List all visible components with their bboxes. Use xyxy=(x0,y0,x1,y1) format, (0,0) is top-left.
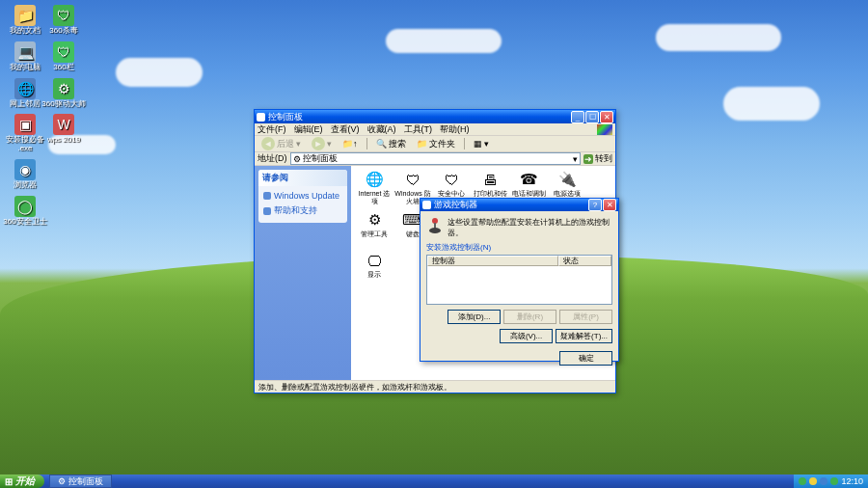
icon-label: 浏览器 xyxy=(14,181,37,190)
printers-fax-icon: 🖶 xyxy=(480,170,500,189)
back-arrow-icon: ◄ xyxy=(261,137,275,150)
icon-label: 显示 xyxy=(367,271,381,279)
360se-icon: 🛡 xyxy=(53,41,74,63)
dialog-description-row: 这些设置帮助您配置安装在计算机上的游戏控制器。 xyxy=(426,217,612,238)
menu-file[interactable]: 文件(F) xyxy=(258,123,286,136)
start-button[interactable]: 开始 xyxy=(0,474,44,488)
desktop-icon-network[interactable]: 🌐网上邻居 xyxy=(8,78,42,109)
tray-icon[interactable] xyxy=(830,477,838,485)
troubleshoot-button[interactable]: 疑难解答(T)... xyxy=(556,329,612,343)
menu-edit[interactable]: 编辑(E) xyxy=(294,123,323,136)
dialog-titlebar[interactable]: 游戏控制器 ? ✕ xyxy=(420,199,618,211)
views-icon: ▦ xyxy=(474,139,482,149)
forward-button[interactable]: ► ▾ xyxy=(308,136,336,151)
desktop-icon-my-computer[interactable]: 💻我的电脑 xyxy=(8,41,42,72)
toolbar: ◄ 后退 ▾ ► ▾ 📁↑ 🔍 搜索 📁 文件夹 ▦▾ xyxy=(255,136,615,152)
window-title: 控制面板 xyxy=(268,111,303,123)
list-header: 控制器 状态 xyxy=(427,256,611,266)
go-button[interactable]: ➜ 转到 xyxy=(583,152,612,165)
icon-label: 我的电脑 xyxy=(10,64,41,72)
360safe-icon: ◯ xyxy=(14,196,36,217)
properties-button: 属性(P) xyxy=(559,310,612,324)
separator xyxy=(464,138,465,149)
folder-up-icon: 📁↑ xyxy=(342,139,358,149)
ok-button[interactable]: 确定 xyxy=(559,351,612,366)
search-button[interactable]: 🔍 搜索 xyxy=(372,137,410,151)
desktop-icon-browser[interactable]: ◉浏览器 xyxy=(8,159,42,190)
cp-icon-display[interactable]: 🖵显示 xyxy=(355,251,393,291)
clock[interactable]: 12:10 xyxy=(841,476,863,486)
cloud xyxy=(386,29,502,53)
controllers-list[interactable]: 控制器 状态 xyxy=(426,255,612,305)
icon-label: 360栏 xyxy=(53,64,73,72)
icon-label: 管理工具 xyxy=(361,230,388,238)
col-status[interactable]: 状态 xyxy=(558,256,611,266)
windows-update-link[interactable]: Windows Update xyxy=(262,189,343,203)
system-tray[interactable]: 12:10 xyxy=(794,474,868,488)
menu-favorites[interactable]: 收藏(A) xyxy=(367,123,396,136)
close-button[interactable]: ✕ xyxy=(600,111,613,123)
col-controller[interactable]: 控制器 xyxy=(427,256,558,266)
icon-label: 电源选项 xyxy=(554,190,581,198)
icon-label: Internet 选项 xyxy=(359,190,391,204)
windows-firewall-icon: 🛡 xyxy=(403,170,422,189)
icon-label: wps 2019 xyxy=(47,136,80,145)
help-support-link[interactable]: 帮助和支持 xyxy=(262,203,343,219)
folders-button[interactable]: 📁 文件夹 xyxy=(413,137,459,151)
desktop-icon-360safe[interactable]: ◯360安全卫士 xyxy=(8,196,42,227)
statusbar: 添加、删除或配置游戏控制器硬件，如游戏杆和游戏板。 xyxy=(255,380,615,393)
search-icon: 🔍 xyxy=(376,139,387,149)
menu-help[interactable]: 帮助(H) xyxy=(440,123,470,136)
display-icon: 🖵 xyxy=(365,251,384,270)
game-controllers-dialog: 游戏控制器 ? ✕ 这些设置帮助您配置安装在计算机上的游戏控制器。 安装游戏控制… xyxy=(420,198,619,362)
desktop-icon-wps[interactable]: Wwps 2019 xyxy=(46,114,81,145)
internet-options-icon: 🌐 xyxy=(365,170,384,189)
tray-icon[interactable] xyxy=(799,477,806,485)
desktop-icon-360se[interactable]: 🛡360栏 xyxy=(46,41,81,72)
svg-point-2 xyxy=(429,228,441,233)
install-se-icon: ▣ xyxy=(14,114,36,135)
my-computer-icon: 💻 xyxy=(14,41,36,63)
titlebar[interactable]: 控制面板 _ ☐ ✕ xyxy=(255,110,615,123)
tray-icon[interactable] xyxy=(809,477,817,485)
desktop-icon-install-se[interactable]: ▣安装搜必备.exe xyxy=(8,114,42,153)
views-button[interactable]: ▦▾ xyxy=(470,138,493,149)
desktop-icon-my-documents[interactable]: 📁我的文档 xyxy=(8,5,42,36)
dialog-close-button[interactable]: ✕ xyxy=(603,199,616,211)
desktop-icon-360av[interactable]: 🛡360杀毒 xyxy=(46,5,81,36)
menu-view[interactable]: 查看(V) xyxy=(331,123,360,136)
up-button[interactable]: 📁↑ xyxy=(339,138,362,149)
security-center-icon: 🛡 xyxy=(442,170,461,189)
menubar: 文件(F) 编辑(E) 查看(V) 收藏(A) 工具(T) 帮助(H) xyxy=(255,123,615,136)
360drv-icon: ⚙ xyxy=(53,78,74,99)
menu-tools[interactable]: 工具(T) xyxy=(404,123,433,136)
forward-arrow-icon: ► xyxy=(312,137,325,150)
power-options-icon: 🔌 xyxy=(557,170,577,189)
cloud xyxy=(656,24,781,51)
control-panel-icon: ⚙ xyxy=(58,476,66,486)
admin-tools-icon: ⚙ xyxy=(365,210,384,230)
add-button[interactable]: 添加(D)... xyxy=(448,310,501,324)
dialog-description: 这些设置帮助您配置安装在计算机上的游戏控制器。 xyxy=(448,217,612,238)
icon-label: 安装搜必备.exe xyxy=(6,136,44,153)
cloud xyxy=(116,58,203,87)
dropdown-arrow-icon[interactable]: ▾ xyxy=(573,154,578,164)
back-button[interactable]: ◄ 后退 ▾ xyxy=(258,136,305,151)
minimize-button[interactable]: _ xyxy=(571,111,584,123)
desktop-icon-360drv[interactable]: ⚙360驱动大师 xyxy=(46,78,81,109)
address-input[interactable]: ⚙ 控制面板 ▾ xyxy=(290,152,582,165)
side-panel: 请参阅 Windows Update 帮助和支持 xyxy=(255,166,351,380)
taskbar-item-control-panel[interactable]: ⚙ 控制面板 xyxy=(49,474,112,488)
tray-icon[interactable] xyxy=(820,477,827,485)
360av-icon: 🛡 xyxy=(53,5,74,26)
cloud xyxy=(723,87,820,121)
address-bar: 地址(D) ⚙ 控制面板 ▾ ➜ 转到 xyxy=(255,152,615,166)
cp-icon-internet-options[interactable]: 🌐Internet 选项 xyxy=(355,170,393,210)
side-panel-title[interactable]: 请参阅 xyxy=(258,170,347,186)
icon-label: 360杀毒 xyxy=(49,27,77,36)
cp-icon-admin-tools[interactable]: ⚙管理工具 xyxy=(355,210,393,251)
icon-label: 360驱动大师 xyxy=(41,100,85,109)
advanced-button[interactable]: 高级(V)... xyxy=(500,329,553,343)
help-button[interactable]: ? xyxy=(588,199,602,211)
maximize-button[interactable]: ☐ xyxy=(585,111,599,123)
